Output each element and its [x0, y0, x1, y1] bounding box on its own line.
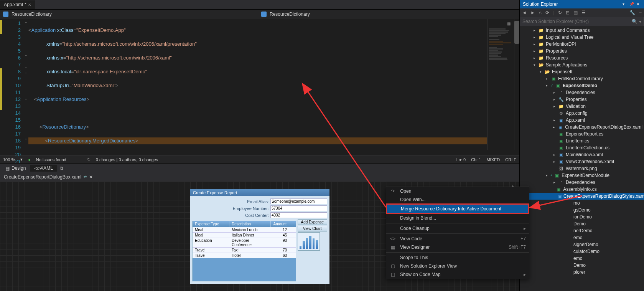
search-input[interactable]: [522, 19, 632, 24]
tree-item[interactable]: ▣LineItem.cs: [520, 137, 644, 144]
menu-code-cleanup[interactable]: Code Cleanup▸: [386, 224, 529, 233]
dropdown-icon[interactable]: ▾: [639, 19, 641, 24]
tree-item[interactable]: plorer: [520, 269, 644, 276]
tree-item[interactable]: nerDemo: [520, 227, 644, 234]
close-icon[interactable]: ✕: [89, 174, 93, 180]
breadcrumb-right[interactable]: ResourceDictionary: [270, 12, 310, 17]
tree-item[interactable]: ▾📂ExpenseIt: [520, 68, 644, 75]
tree-item[interactable]: culatorDemo: [520, 248, 644, 255]
tree-item[interactable]: Demo: [520, 220, 644, 227]
tree-item[interactable]: ▸▣EditBoxControlLibrary: [520, 75, 644, 82]
tree-item[interactable]: ▸📁Input and Commands: [520, 27, 644, 34]
table-row[interactable]: TravelHotel60: [193, 253, 296, 258]
tree-item[interactable]: ▣LineItemCollection.cs: [520, 144, 644, 151]
tree-item[interactable]: Demo: [520, 262, 644, 269]
minimap-toggle-icon[interactable]: ▦: [507, 21, 512, 26]
xaml-tab[interactable]: </>XAML: [30, 165, 57, 172]
close-icon[interactable]: ✕: [28, 3, 31, 7]
design-tab[interactable]: ▦Design: [2, 165, 30, 172]
code-editor[interactable]: 123456789101112131415161718192021 − − − …: [0, 19, 519, 150]
solution-search[interactable]: 🔍 ▾: [520, 17, 644, 26]
map-icon: ◫: [389, 272, 396, 277]
tree-item[interactable]: ▸▣CreateExpenseReportDialogBox.xaml: [520, 124, 644, 131]
line-ending-label[interactable]: CRLF: [505, 157, 516, 162]
tree-item[interactable]: ▸∴Dependencies: [520, 89, 644, 96]
tabs-label[interactable]: MIXED: [486, 157, 500, 162]
menu-open[interactable]: ↷Open: [386, 187, 529, 195]
tree-item[interactable]: ⚙App.config: [520, 110, 644, 117]
tree-item[interactable]: ▾+▣ExpenseItDemoModule: [520, 172, 644, 179]
tree-item-selected[interactable]: ▣CreateExpenseReportDialogStyles.xaml: [520, 193, 644, 200]
line-label: Ln: 9: [456, 157, 466, 162]
vertical-scrollbar[interactable]: [514, 19, 519, 150]
back-icon[interactable]: ◄: [522, 10, 527, 15]
menu-new-solution-view[interactable]: ▢New Solution Explorer View: [386, 262, 529, 270]
popout-icon[interactable]: ⧉: [60, 165, 63, 171]
table-row[interactable]: MealMexican Lunch12: [193, 227, 296, 232]
tree-item[interactable]: emo: [520, 234, 644, 241]
add-expense-button[interactable]: Add Expense: [298, 219, 328, 225]
table-row[interactable]: EducationDeveloper Conference90: [193, 238, 296, 247]
tree-item[interactable]: ionDemo: [520, 213, 644, 220]
tree-item[interactable]: 🖼Watermark.png: [520, 165, 644, 172]
chevron-down-icon[interactable]: ▾: [20, 157, 23, 162]
tree-item[interactable]: ▸📁Logical and Visual Tree: [520, 34, 644, 41]
tree-item[interactable]: ▸∴Dependencies: [520, 179, 644, 186]
table-row[interactable]: TravelTaxi70: [193, 247, 296, 253]
properties-icon[interactable]: ☰: [581, 10, 586, 15]
dropdown-icon[interactable]: ▾: [623, 2, 627, 7]
tree-item[interactable]: ▸▣App.xaml: [520, 117, 644, 124]
menu-view-code[interactable]: <>View CodeF7: [386, 235, 529, 243]
breadcrumb-left[interactable]: ResourceDictionary: [12, 12, 52, 17]
cost-field[interactable]: [270, 212, 327, 218]
tree-item[interactable]: ▸📁PerMonitorDPI: [520, 41, 644, 48]
tree-item[interactable]: +▣AssemblyInfo.cs: [520, 186, 644, 193]
collapse-icon[interactable]: ⊟: [566, 10, 570, 15]
tree-item[interactable]: ▸▣ViewChartWindow.xaml: [520, 158, 644, 165]
window-icon: ▢: [389, 263, 396, 269]
tree-item[interactable]: ▸▣MainWindow.xaml: [520, 151, 644, 158]
menu-merge-resource-dictionary[interactable]: Merge Resource Dictionary Into Active Do…: [386, 204, 529, 214]
solution-explorer-title-bar: Solution Explorer ▾ 📌 ✕: [520, 0, 644, 8]
minus-icon[interactable]: −: [639, 10, 642, 15]
tree-item[interactable]: ▸📁Resources: [520, 55, 644, 61]
pin-icon[interactable]: 📌: [629, 2, 634, 7]
wrench-icon[interactable]: 🔧: [629, 10, 635, 15]
changes-label[interactable]: 0 changes | 0 authors, 0 changes: [96, 157, 158, 162]
line-numbers: 123456789101112131415161718192021: [2, 19, 24, 150]
minimap[interactable]: ▦: [487, 19, 514, 150]
close-icon[interactable]: ✕: [636, 2, 641, 7]
sync-icon[interactable]: ⟳: [545, 10, 549, 15]
file-tab[interactable]: App.xaml* ✕: [0, 0, 35, 9]
code-content[interactable]: <Application x:Class="ExpenseItDemo.App"…: [28, 19, 487, 150]
email-field[interactable]: [270, 198, 327, 204]
search-icon[interactable]: 🔍: [632, 19, 637, 24]
show-all-icon[interactable]: ▤: [573, 10, 578, 15]
home-icon[interactable]: ⌂: [539, 10, 542, 15]
menu-show-on-code-map[interactable]: ◫Show on Code Map▸: [386, 270, 529, 279]
issues-label[interactable]: No issues found: [36, 157, 66, 162]
tree-item[interactable]: gsDemo: [520, 207, 644, 213]
forward-icon[interactable]: ►: [530, 10, 535, 15]
view-chart-button[interactable]: View Chart: [298, 226, 328, 231]
tree-item[interactable]: emo: [520, 255, 644, 262]
employee-field[interactable]: [270, 205, 327, 211]
fold-column[interactable]: − − − − − −: [24, 19, 28, 150]
tree-item[interactable]: ▸📁Properties: [520, 48, 644, 55]
menu-view-designer[interactable]: ▦View DesignerShift+F7: [386, 243, 529, 251]
file-tab-2[interactable]: CreateExpenseReportDialogBox.xaml ⇄ ✕: [0, 173, 97, 181]
menu-scope-to-this[interactable]: Scope to This: [386, 253, 529, 262]
horizontal-scrollbar[interactable]: [0, 150, 519, 155]
refresh-icon[interactable]: ↻: [558, 10, 562, 15]
tree-item[interactable]: ▾📂Sample Applications: [520, 61, 644, 68]
tree-item[interactable]: ▸📁Validation: [520, 103, 644, 110]
tree-item[interactable]: ▾✓▣ExpenseItDemo: [520, 82, 644, 89]
menu-design-in-blend[interactable]: Design in Blend...: [386, 214, 529, 222]
tree-item[interactable]: mo: [520, 200, 644, 207]
tree-item[interactable]: ▸🔧Properties: [520, 96, 644, 103]
solution-tree[interactable]: ▸📁Input and Commands ▸📁Logical and Visua…: [520, 26, 644, 291]
table-row[interactable]: MealItalian Dinner45: [193, 232, 296, 238]
menu-open-with[interactable]: Open With...: [386, 195, 529, 204]
tree-item[interactable]: signerDemo: [520, 241, 644, 248]
tree-item[interactable]: ▣ExpenseReport.cs: [520, 131, 644, 137]
